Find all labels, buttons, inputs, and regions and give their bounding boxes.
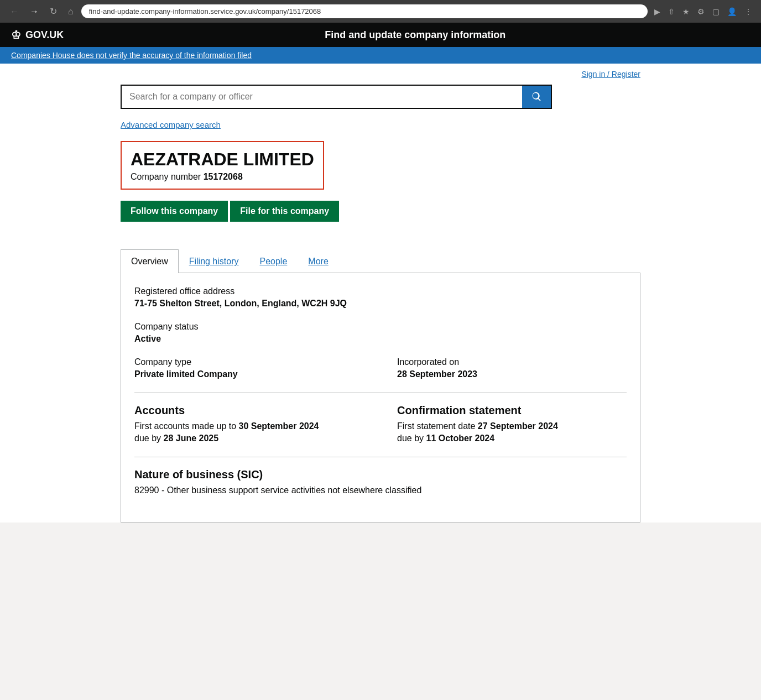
confirmation-first-prefix: First statement date <box>397 421 478 431</box>
incorporated-col: Incorporated on 28 September 2023 <box>397 357 627 379</box>
accounts-first-date: 30 September 2024 <box>239 421 319 431</box>
company-number-value: 15172068 <box>204 172 243 181</box>
screenshot-button[interactable]: ▶ <box>652 5 663 18</box>
crown-icon: ♔ <box>11 28 21 41</box>
confirmation-first-text: First statement date 27 September 2024 <box>397 421 627 431</box>
company-number: Company number 15172068 <box>131 172 314 182</box>
company-number-label: Company number <box>131 172 201 181</box>
section-divider-2 <box>134 457 627 457</box>
accounts-first-prefix: First accounts made up to <box>134 421 239 431</box>
company-status-value: Active <box>134 334 627 344</box>
confirmation-first-date: 27 September 2024 <box>478 421 558 431</box>
search-input[interactable] <box>122 86 522 108</box>
nature-of-business-header: Nature of business (SIC) <box>134 468 627 481</box>
search-container <box>110 85 651 114</box>
tabs-nav: Overview Filing history People More <box>121 249 640 273</box>
confirmation-col: Confirmation statement First statement d… <box>397 404 627 446</box>
confirmation-due-prefix: due by <box>397 433 426 443</box>
company-name-outline: AEZATRADE LIMITED Company number 1517206… <box>121 141 324 190</box>
nature-of-business-section: Nature of business (SIC) 82990 - Other b… <box>134 468 627 495</box>
sign-in-bar: Sign in / Register <box>110 64 651 85</box>
reload-button[interactable]: ↻ <box>46 5 60 18</box>
action-buttons: Follow this company File for this compan… <box>121 201 640 222</box>
registered-office-label: Registered office address <box>134 286 627 296</box>
accounts-first-text: First accounts made up to 30 September 2… <box>134 421 364 431</box>
confirmation-due-text: due by 11 October 2024 <box>397 433 627 443</box>
company-details-panel: Registered office address 71-75 Shelton … <box>121 273 640 523</box>
home-button[interactable]: ⌂ <box>65 6 77 18</box>
company-status-label: Company status <box>134 322 627 332</box>
page-header-title: Find and update company information <box>80 29 750 41</box>
extensions-button[interactable]: ⚙ <box>695 5 707 18</box>
tab-filing-history[interactable]: Filing history <box>179 249 249 273</box>
company-type-value: Private limited Company <box>134 369 364 379</box>
info-bar: Companies House does not verify the accu… <box>0 47 761 64</box>
accounts-due-date: 28 June 2025 <box>163 433 218 443</box>
accounts-header: Accounts <box>134 404 364 417</box>
tab-more[interactable]: More <box>298 249 338 273</box>
registered-office-value: 71-75 Shelton Street, London, England, W… <box>134 299 627 309</box>
profile-button[interactable]: 👤 <box>725 5 739 18</box>
registered-office-section: Registered office address 71-75 Shelton … <box>134 286 627 309</box>
company-name-box: AEZATRADE LIMITED Company number 1517206… <box>110 135 651 249</box>
info-bar-link[interactable]: Companies House does not verify the accu… <box>11 51 252 60</box>
split-view-button[interactable]: ▢ <box>710 5 722 18</box>
advanced-search: Advanced company search <box>110 114 651 135</box>
incorporated-label: Incorporated on <box>397 357 627 367</box>
menu-button[interactable]: ⋮ <box>742 5 754 18</box>
section-divider-1 <box>134 393 627 393</box>
file-for-company-button[interactable]: File for this company <box>230 201 339 222</box>
govuk-header: ♔ GOV.UK Find and update company informa… <box>0 23 761 47</box>
browser-chrome: ← → ↻ ⌂ ▶ ⇧ ★ ⚙ ▢ 👤 ⋮ <box>0 0 761 23</box>
incorporated-value: 28 September 2023 <box>397 369 627 379</box>
forward-button[interactable]: → <box>27 6 42 18</box>
search-form <box>121 85 552 109</box>
tabs-container: Overview Filing history People More Regi… <box>110 249 651 523</box>
confirmation-due-date: 11 October 2024 <box>426 433 494 443</box>
search-button[interactable] <box>522 86 551 108</box>
accounts-due-prefix: due by <box>134 433 163 443</box>
advanced-search-link[interactable]: Advanced company search <box>121 120 221 129</box>
govuk-logo[interactable]: ♔ GOV.UK <box>11 28 64 41</box>
accounts-confirmation-row: Accounts First accounts made up to 30 Se… <box>134 404 627 446</box>
tab-people[interactable]: People <box>249 249 298 273</box>
company-status-section: Company status Active <box>134 322 627 344</box>
tab-overview[interactable]: Overview <box>121 249 179 273</box>
accounts-col: Accounts First accounts made up to 30 Se… <box>134 404 364 446</box>
company-type-col: Company type Private limited Company <box>134 357 364 379</box>
browser-actions: ▶ ⇧ ★ ⚙ ▢ 👤 ⋮ <box>652 5 754 18</box>
address-bar[interactable] <box>81 4 648 18</box>
company-name: AEZATRADE LIMITED <box>131 149 314 170</box>
company-type-label: Company type <box>134 357 364 367</box>
confirmation-header: Confirmation statement <box>397 404 627 417</box>
company-type-row: Company type Private limited Company Inc… <box>134 357 627 379</box>
accounts-due-text: due by 28 June 2025 <box>134 433 364 443</box>
govuk-logo-text: GOV.UK <box>25 29 64 41</box>
sign-in-link[interactable]: Sign in / Register <box>581 70 640 79</box>
share-button[interactable]: ⇧ <box>666 5 677 18</box>
nature-of-business-value: 82990 - Other business support service a… <box>134 485 627 495</box>
back-button[interactable]: ← <box>7 6 22 18</box>
bookmark-button[interactable]: ★ <box>680 5 692 18</box>
search-icon <box>531 91 542 102</box>
follow-company-button[interactable]: Follow this company <box>121 201 228 222</box>
